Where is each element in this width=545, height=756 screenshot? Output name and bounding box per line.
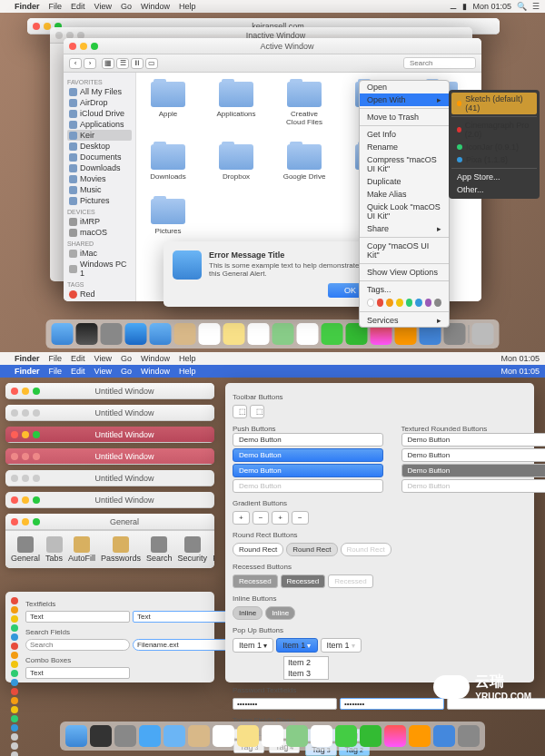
menu-open-with[interactable]: Open With▸ [360, 93, 449, 106]
dock-contacts[interactable] [174, 323, 196, 345]
popup-open[interactable]: Item 1 ▾ [276, 638, 317, 653]
battery-icon[interactable]: ▮ [462, 2, 467, 11]
menu-edit[interactable]: Edit [71, 2, 85, 11]
sidebar-item[interactable]: iCloud Drive [67, 108, 132, 119]
menubar-right: ⚊ ▮ Mon 01:05 🔍 ☰ [450, 2, 540, 11]
search-icon[interactable]: 🔍 [517, 2, 527, 11]
menu-icon[interactable]: ☰ [532, 2, 540, 11]
sidebar-item[interactable]: macOS [67, 227, 132, 238]
color-swatches[interactable] [11, 597, 18, 677]
menu-help[interactable]: Help [179, 2, 196, 11]
sidebar-tag[interactable]: Red [67, 289, 132, 299]
alert-text: This is some example text to help demons… [209, 261, 372, 278]
demo-button-blue[interactable]: Demo Button [233, 448, 383, 462]
folder[interactable]: Downloads [145, 144, 191, 181]
prefs-privacy[interactable]: Privacy [213, 536, 214, 563]
alert-dialog: Error Message Title This is some example… [164, 241, 382, 307]
popup[interactable]: Item 1 ▾ [233, 638, 273, 653]
back-button[interactable]: ‹ [69, 58, 82, 69]
search-input[interactable] [403, 57, 476, 69]
folder[interactable]: Creative Cloud Files [282, 82, 327, 126]
menu-window[interactable]: Window [141, 2, 170, 11]
prefs-search[interactable]: Search [146, 536, 173, 563]
folder[interactable]: Pictures [145, 199, 191, 235]
dock-safari[interactable] [125, 323, 147, 345]
open-with-submenu[interactable]: Sketch (default) (41) Cinemagraph Pro (2… [449, 90, 540, 199]
prefs-tabs[interactable]: Tabs [45, 536, 63, 563]
dock-siri[interactable] [76, 323, 98, 345]
dock-photos[interactable] [297, 323, 319, 345]
footer-logo: 云瑞 YRUCD.COM [433, 673, 531, 702]
prefs-passwords[interactable]: Passwords [101, 536, 141, 563]
alert-title: Error Message Title [209, 250, 372, 260]
dock-maps[interactable] [272, 323, 294, 345]
app-name[interactable]: Finder [15, 2, 40, 11]
folder[interactable]: Apple [145, 82, 191, 126]
menu-open[interactable]: Open [360, 81, 449, 93]
sidebar-item[interactable]: iMRP [67, 216, 132, 227]
view-col-btn[interactable]: ⫼ [131, 58, 144, 69]
sidebar-item[interactable]: Downloads [67, 162, 132, 173]
search-field[interactable] [133, 639, 237, 651]
finder-toolbar: ‹› ▦☰⫼▭ [64, 54, 481, 73]
menubar: Finder File Edit View Go Window Help ⚊ ▮… [0, 0, 545, 13]
folder[interactable]: Dropbox [213, 144, 259, 181]
sidebar-tag[interactable]: Orange [67, 299, 132, 301]
sidebar-item[interactable]: Music [67, 184, 132, 195]
view-list-btn[interactable]: ☰ [116, 58, 129, 69]
sidebar-item[interactable]: Applications [67, 119, 132, 130]
traffic-lights[interactable] [69, 43, 98, 50]
demo-button[interactable]: Demo Button [233, 433, 383, 447]
menubar-2: Finder File Edit View Go Window Help Mon… [0, 352, 545, 365]
forward-button[interactable]: › [84, 58, 96, 69]
dock-reminders[interactable] [248, 323, 270, 345]
context-menu[interactable]: Open Open With▸ Move to Trash Get Info R… [359, 80, 450, 328]
textfield-focus[interactable] [133, 611, 237, 623]
sidebar-item-selected[interactable]: Keir [67, 130, 132, 141]
prefs-autofill[interactable]: AutoFill [68, 536, 95, 563]
dock-2[interactable] [60, 722, 485, 751]
prefs-general[interactable]: General [11, 536, 40, 563]
prefs-security[interactable]: Security [178, 536, 208, 563]
search-field[interactable] [25, 639, 130, 651]
textfield[interactable] [25, 611, 130, 623]
controls-panel: Toolbar Buttons ⬚⬚ Push Buttons Demo But… [225, 383, 534, 682]
sidebar-item[interactable]: Documents [67, 152, 132, 162]
tag-colors[interactable] [360, 296, 449, 309]
cloud-icon [433, 675, 470, 699]
prefs-toolbar: General Tabs AutoFill Passwords Search S… [5, 530, 214, 568]
sidebar-item[interactable]: AirDrop [67, 97, 132, 108]
sidebar-item[interactable]: Movies [67, 173, 132, 184]
dock-calendar[interactable] [199, 323, 221, 345]
dock-launchpad[interactable] [101, 323, 123, 345]
dock-trash[interactable] [472, 323, 494, 345]
folder[interactable]: Applications [213, 82, 259, 126]
sidebar-item[interactable]: Pictures [67, 195, 132, 206]
window-title: Active Window [98, 42, 476, 51]
view-gallery-btn[interactable]: ▭ [145, 58, 158, 69]
menu-file[interactable]: File [49, 2, 63, 11]
dock-notes[interactable] [223, 323, 245, 345]
sidebar-item[interactable]: Windows PC 1 [67, 259, 132, 279]
dock-messages[interactable] [322, 323, 343, 345]
demo-button-blue[interactable]: Demo Button [233, 464, 383, 477]
password-field[interactable] [233, 698, 337, 710]
menu-view[interactable]: View [94, 2, 112, 11]
wifi-icon[interactable]: ⚊ [450, 2, 457, 11]
view-icon-btn[interactable]: ▦ [102, 58, 114, 69]
combo-box[interactable] [25, 667, 130, 679]
sidebar-item[interactable]: All My Files [67, 86, 132, 97]
bottom-left-panel: Textfields Search Fields Combo Boxes [5, 592, 214, 682]
dock-mail[interactable] [150, 323, 172, 345]
folder[interactable]: Google Drive [282, 144, 327, 181]
sidebar-item[interactable]: Desktop [67, 141, 132, 152]
menu-trash[interactable]: Move to Trash [360, 111, 449, 123]
clock[interactable]: Mon 01:05 [472, 2, 511, 11]
window-stack: Untitled Window Untitled Window Untitled… [5, 383, 214, 574]
finder-icon [173, 250, 202, 280]
finder-sidebar: Favorites All My Files AirDrop iCloud Dr… [64, 73, 136, 301]
menu-go[interactable]: Go [121, 2, 132, 11]
menubar-dark: Finder File Edit View Go Window Help Mon… [0, 365, 545, 378]
sidebar-item[interactable]: iMac [67, 248, 132, 259]
dock-finder[interactable] [52, 323, 74, 345]
